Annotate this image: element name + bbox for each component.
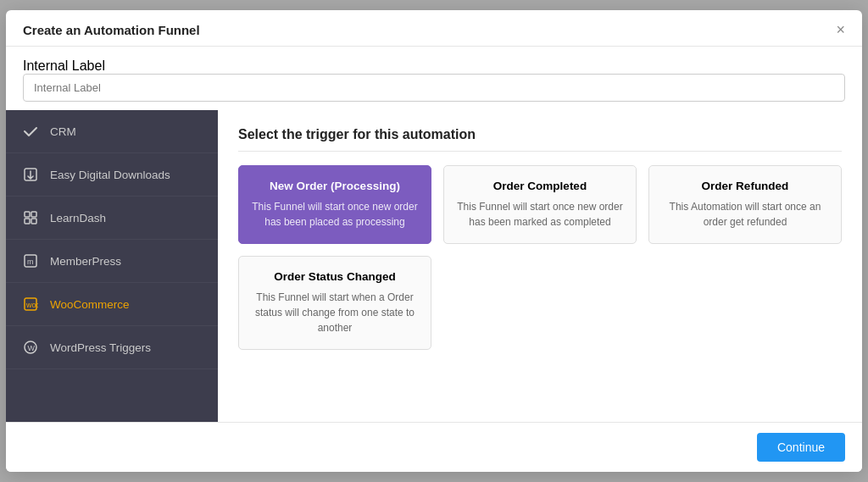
sidebar-item-edd[interactable]: Easy Digital Downloads: [6, 153, 218, 197]
trigger-desc-order-status-changed: This Funnel will start when a Order stat…: [251, 290, 419, 335]
label-row: Internal Label: [6, 47, 862, 110]
trigger-title-order-completed: Order Completed: [456, 180, 624, 192]
trigger-desc-order-refunded: This Automation will start once an order…: [661, 199, 829, 230]
memberpress-icon: m: [21, 252, 40, 270]
sidebar-label-wordpress: WordPress Triggers: [50, 341, 151, 354]
crm-icon: [21, 122, 40, 141]
sidebar-item-wordpress[interactable]: W WordPress Triggers: [6, 326, 218, 369]
sidebar-label-woocommerce: WooCommerce: [50, 298, 130, 311]
trigger-section-title: Select the trigger for this automation: [238, 127, 842, 152]
internal-label-input[interactable]: [23, 74, 845, 102]
trigger-title-order-status-changed: Order Status Changed: [251, 270, 419, 283]
modal-overlay: Create an Automation Funnel × Internal L…: [0, 0, 868, 482]
svg-rect-1: [25, 212, 30, 217]
trigger-card-new-order-processing[interactable]: New Order (Processing) This Funnel will …: [238, 165, 431, 244]
sidebar-label-crm: CRM: [50, 125, 76, 138]
wordpress-icon: W: [21, 338, 40, 357]
trigger-desc-new-order-processing: This Funnel will start once new order ha…: [251, 199, 419, 230]
main-area: Select the trigger for this automation N…: [218, 110, 862, 422]
modal-header: Create an Automation Funnel ×: [6, 10, 862, 47]
sidebar-item-woocommerce[interactable]: woo WooCommerce: [6, 283, 218, 326]
trigger-card-order-status-changed[interactable]: Order Status Changed This Funnel will st…: [238, 256, 431, 350]
sidebar: CRM Easy Digital Downloads: [6, 110, 218, 422]
svg-rect-2: [31, 212, 36, 217]
sidebar-item-crm[interactable]: CRM: [6, 110, 218, 153]
svg-rect-3: [25, 219, 30, 224]
internal-label-text: Internal Label: [23, 58, 105, 73]
svg-text:W: W: [28, 344, 36, 352]
sidebar-label-memberpress: MemberPress: [50, 255, 121, 268]
svg-text:woo: woo: [25, 301, 38, 309]
trigger-card-order-completed[interactable]: Order Completed This Funnel will start o…: [443, 165, 637, 244]
trigger-title-new-order-processing: New Order (Processing): [251, 180, 419, 192]
trigger-card-order-refunded[interactable]: Order Refunded This Automation will star…: [648, 165, 842, 244]
woocommerce-icon: woo: [21, 295, 40, 313]
sidebar-label-edd: Easy Digital Downloads: [50, 169, 170, 181]
sidebar-item-memberpress[interactable]: m MemberPress: [6, 240, 218, 283]
svg-text:m: m: [27, 258, 34, 266]
trigger-grid: New Order (Processing) This Funnel will …: [238, 165, 842, 350]
trigger-desc-order-completed: This Funnel will start once new order ha…: [456, 199, 624, 230]
modal-title: Create an Automation Funnel: [23, 23, 200, 37]
continue-button[interactable]: Continue: [757, 433, 845, 462]
modal-footer: Continue: [6, 422, 862, 472]
edd-icon: [21, 165, 40, 184]
svg-rect-4: [31, 219, 36, 224]
close-button[interactable]: ×: [836, 22, 845, 37]
sidebar-label-learndash: LearnDash: [50, 212, 106, 224]
modal-body: CRM Easy Digital Downloads: [6, 110, 862, 422]
sidebar-item-learndash[interactable]: LearnDash: [6, 197, 218, 240]
trigger-title-order-refunded: Order Refunded: [661, 180, 829, 192]
learndash-icon: [21, 208, 40, 227]
modal: Create an Automation Funnel × Internal L…: [6, 10, 862, 472]
